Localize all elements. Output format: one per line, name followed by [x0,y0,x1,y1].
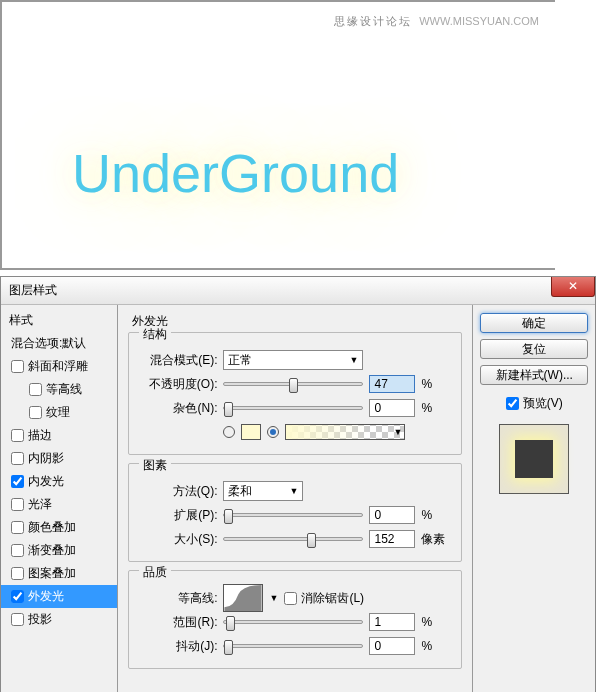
color-radio[interactable] [223,426,235,438]
style-checkbox[interactable] [11,429,24,442]
style-label: 外发光 [28,588,64,605]
blend-mode-label: 混合模式(E): [139,352,217,369]
technique-label: 方法(Q): [139,483,217,500]
preview-checkbox[interactable] [506,397,519,410]
styles-panel: 样式 混合选项:默认 斜面和浮雕等高线纹理描边内阴影内发光光泽颜色叠加渐变叠加图… [1,305,118,692]
style-checkbox[interactable] [11,498,24,511]
contour-picker[interactable] [223,584,263,612]
reset-button[interactable]: 复位 [480,339,588,359]
spread-slider[interactable] [223,513,363,517]
size-input[interactable] [369,530,415,548]
preview-thumbnail [499,424,569,494]
options-panel: 外发光 结构 混合模式(E): 正常 ▼ 不透明度(O): [118,305,473,692]
noise-input[interactable] [369,399,415,417]
dialog-title: 图层样式 [9,282,57,299]
noise-label: 杂色(N): [139,400,217,417]
blend-mode-select[interactable]: 正常 ▼ [223,350,363,370]
style-item-8[interactable]: 渐变叠加 [1,539,117,562]
watermark-text: 思缘设计论坛 [334,15,412,27]
style-item-3[interactable]: 描边 [1,424,117,447]
style-item-5[interactable]: 内发光 [1,470,117,493]
color-swatch[interactable] [241,424,261,440]
style-checkbox[interactable] [11,475,24,488]
noise-slider[interactable] [223,406,363,410]
style-checkbox[interactable] [29,383,42,396]
contour-label: 等高线: [139,590,217,607]
quality-legend: 品质 [139,564,171,581]
elements-group: 图素 方法(Q): 柔和 ▼ 扩展(P): % [128,463,462,562]
close-button[interactable]: ✕ [551,277,595,297]
style-label: 颜色叠加 [28,519,76,536]
chevron-down-icon: ▼ [350,355,359,365]
style-item-7[interactable]: 颜色叠加 [1,516,117,539]
style-item-1[interactable]: 等高线 [1,378,117,401]
style-label: 内阴影 [28,450,64,467]
quality-group: 品质 等高线: ▼ 消除锯齿(L) 范围(R): [128,570,462,669]
watermark-url: WWW.MISSYUAN.COM [419,15,539,27]
range-slider[interactable] [223,620,363,624]
antialias-checkbox[interactable] [284,592,297,605]
document-preview: 思缘设计论坛 WWW.MISSYUAN.COM UnderGround [0,0,555,270]
opacity-input[interactable] [369,375,415,393]
opacity-label: 不透明度(O): [139,376,217,393]
style-label: 渐变叠加 [28,542,76,559]
elements-legend: 图素 [139,457,171,474]
style-label: 斜面和浮雕 [28,358,88,375]
structure-group: 结构 混合模式(E): 正常 ▼ 不透明度(O): % [128,332,462,455]
demo-text: UnderGround [72,142,399,204]
style-label: 投影 [28,611,52,628]
jitter-input[interactable] [369,637,415,655]
watermark: 思缘设计论坛 WWW.MISSYUAN.COM [334,14,539,29]
technique-select[interactable]: 柔和 ▼ [223,481,303,501]
spread-input[interactable] [369,506,415,524]
action-panel: 确定 复位 新建样式(W)... 预览(V) [473,305,595,692]
style-label: 描边 [28,427,52,444]
style-checkbox[interactable] [29,406,42,419]
style-label: 光泽 [28,496,52,513]
opacity-slider[interactable] [223,382,363,386]
style-label: 图案叠加 [28,565,76,582]
spread-label: 扩展(P): [139,507,217,524]
panel-title: 外发光 [128,313,462,330]
style-checkbox[interactable] [11,452,24,465]
style-item-4[interactable]: 内阴影 [1,447,117,470]
style-item-6[interactable]: 光泽 [1,493,117,516]
titlebar[interactable]: 图层样式 ✕ [1,277,595,305]
style-label: 内发光 [28,473,64,490]
style-checkbox[interactable] [11,521,24,534]
antialias-label: 消除锯齿(L) [301,590,364,607]
new-style-button[interactable]: 新建样式(W)... [480,365,588,385]
styles-header[interactable]: 样式 [1,309,117,332]
size-label: 大小(S): [139,531,217,548]
layer-style-dialog: 图层样式 ✕ 样式 混合选项:默认 斜面和浮雕等高线纹理描边内阴影内发光光泽颜色… [0,276,596,692]
range-label: 范围(R): [139,614,217,631]
style-checkbox[interactable] [11,360,24,373]
chevron-down-icon: ▼ [290,486,299,496]
gradient-radio[interactable] [267,426,279,438]
jitter-slider[interactable] [223,644,363,648]
structure-legend: 结构 [139,326,171,343]
style-checkbox[interactable] [11,613,24,626]
style-item-9[interactable]: 图案叠加 [1,562,117,585]
style-checkbox[interactable] [11,590,24,603]
preview-label: 预览(V) [523,395,563,412]
range-input[interactable] [369,613,415,631]
style-checkbox[interactable] [11,544,24,557]
ok-button[interactable]: 确定 [480,313,588,333]
chevron-down-icon[interactable]: ▼ [269,593,278,603]
style-item-11[interactable]: 投影 [1,608,117,631]
jitter-label: 抖动(J): [139,638,217,655]
size-slider[interactable] [223,537,363,541]
style-label: 纹理 [46,404,70,421]
blending-options-default[interactable]: 混合选项:默认 [1,332,117,355]
chevron-down-icon: ▼ [394,427,403,437]
style-checkbox[interactable] [11,567,24,580]
style-item-0[interactable]: 斜面和浮雕 [1,355,117,378]
style-item-10[interactable]: 外发光 [1,585,117,608]
style-item-2[interactable]: 纹理 [1,401,117,424]
gradient-swatch[interactable]: ▼ [285,424,405,440]
style-label: 等高线 [46,381,82,398]
